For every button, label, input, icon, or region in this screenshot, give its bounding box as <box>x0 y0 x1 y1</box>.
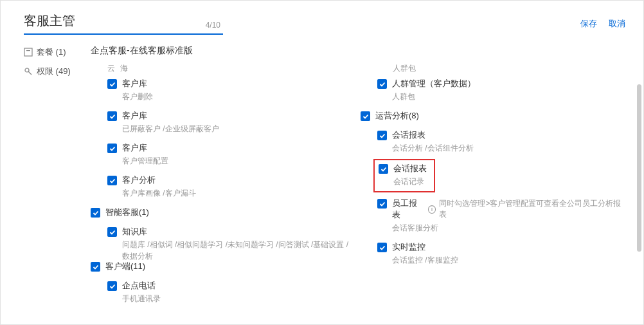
permission-label: 客户分析 <box>122 174 196 186</box>
sidebar-item-label: 套餐 (1) <box>37 46 66 58</box>
permission-item: 企点电话 手机通讯录 <box>91 276 354 308</box>
permission-sublabel: 会话记录 <box>393 176 427 187</box>
permission-item: 客户库 客户删除 <box>91 74 354 106</box>
permission-item: 客户库 已屏蔽客户 /企业级屏蔽客户 <box>91 106 354 138</box>
permission-group: 智能客服(1) <box>91 203 354 222</box>
permission-item: 人群管理（客户数据） 人群包 <box>361 74 624 106</box>
permission-sublabel: 问题库 /相似词 /相似问题学习 /未知问题学习 /问答测试 /基础设置 /数据… <box>122 239 354 262</box>
sidebar: 套餐 (1) 权限 (49) <box>24 42 88 320</box>
permission-item: 实时监控 会话监控 /客服监控 <box>361 237 624 270</box>
svg-line-3 <box>28 71 31 75</box>
page-title: 客服主管 <box>24 12 75 30</box>
permission-column-left: 云海 客户库 客户删除 客户库 已屏蔽客户 /企业级屏蔽客户 <box>91 63 361 308</box>
permission-sublabel: 会话客服分析 <box>392 222 624 234</box>
permission-sublabel: 客户库画像 /客户漏斗 <box>122 187 196 199</box>
permission-item: 会话报表 会话记录 <box>379 163 430 187</box>
checkbox[interactable] <box>107 227 117 237</box>
highlighted-permission: 会话报表 会话记录 <box>373 159 435 192</box>
permission-label: 客户库 <box>122 78 153 89</box>
sidebar-item-permission[interactable]: 权限 (49) <box>24 62 88 81</box>
checkbox[interactable] <box>107 79 117 89</box>
permission-item: 客户库 客户管理配置 <box>91 138 354 171</box>
package-icon <box>24 48 33 57</box>
cancel-button[interactable]: 取消 <box>609 18 625 30</box>
permission-column-right: 人群包 人群管理（客户数据） 人群包 运营分析(8) <box>361 63 643 308</box>
svg-rect-1 <box>26 50 30 51</box>
checkbox[interactable] <box>377 79 387 89</box>
permission-label: 会话报表 <box>393 163 427 174</box>
permission-sublabel: 人群包 <box>392 91 476 102</box>
checkbox[interactable] <box>107 176 117 185</box>
permission-label: 人群管理（客户数据） <box>392 78 476 89</box>
save-button[interactable]: 保存 <box>580 18 597 30</box>
permission-sublabel: 会话分析 /会话组件分析 <box>392 142 474 154</box>
permission-label: 企点电话 <box>122 280 161 292</box>
truncated-text: 云海 <box>91 63 354 74</box>
permission-info: 同时勾选管理>客户管理配置可查看全公司员工分析报表 <box>439 198 624 220</box>
permission-label: 员工报表 <box>392 198 425 221</box>
permission-label: 会话报表 <box>392 129 474 141</box>
info-icon: i <box>428 205 436 214</box>
permission-label: 运营分析(8) <box>375 110 419 122</box>
checkbox[interactable] <box>361 111 370 121</box>
checkbox[interactable] <box>107 144 117 153</box>
permission-item: 客户分析 客户库画像 /客户漏斗 <box>91 171 354 203</box>
key-icon <box>24 67 33 76</box>
checkbox[interactable] <box>91 208 100 218</box>
sidebar-item-package[interactable]: 套餐 (1) <box>24 42 88 62</box>
permission-item: 会话报表 会话分析 /会话组件分析 <box>361 125 624 158</box>
permission-label: 知识库 <box>122 226 354 237</box>
checkbox[interactable] <box>377 243 387 252</box>
permission-label: 客户库 <box>122 110 219 122</box>
permission-item: 员工报表 i 同时勾选管理>客户管理配置可查看全公司员工分析报表 会话客服分析 <box>361 194 624 237</box>
checkbox[interactable] <box>377 131 387 140</box>
checkbox[interactable] <box>107 281 117 291</box>
product-title: 企点客服-在线客服标准版 <box>91 42 643 63</box>
permission-sublabel: 客户删除 <box>122 91 153 102</box>
permission-item: 知识库 问题库 /相似词 /相似问题学习 /未知问题学习 /问答测试 /基础设置… <box>91 222 354 266</box>
permission-sublabel: 手机通讯录 <box>122 293 161 304</box>
permission-label: 智能客服(1) <box>105 207 149 218</box>
permission-label: 客户库 <box>122 142 168 154</box>
permission-sublabel: 会话监控 /客服监控 <box>392 254 458 266</box>
svg-rect-0 <box>24 48 32 56</box>
checkbox[interactable] <box>377 199 387 209</box>
permission-sublabel: 已屏蔽客户 /企业级屏蔽客户 <box>122 123 219 135</box>
sidebar-item-label: 权限 (49) <box>37 66 71 77</box>
permission-label: 实时监控 <box>392 241 458 253</box>
truncated-text: 人群包 <box>361 63 624 74</box>
checkbox[interactable] <box>379 164 388 174</box>
permission-sublabel: 客户管理配置 <box>122 155 168 167</box>
checkbox[interactable] <box>107 111 117 121</box>
page-counter: 4/10 <box>206 21 223 30</box>
permission-group: 运营分析(8) <box>361 106 624 125</box>
scrollbar[interactable] <box>637 84 641 252</box>
